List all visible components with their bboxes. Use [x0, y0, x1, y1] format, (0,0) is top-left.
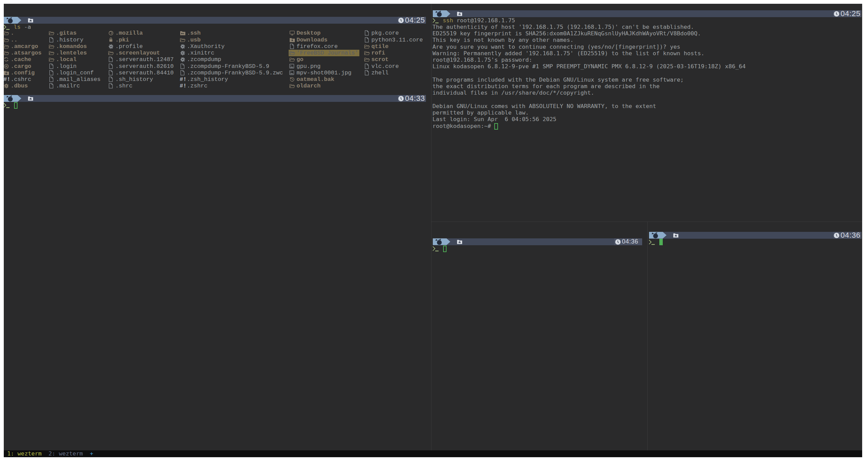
- svg-text:R: R: [5, 64, 8, 68]
